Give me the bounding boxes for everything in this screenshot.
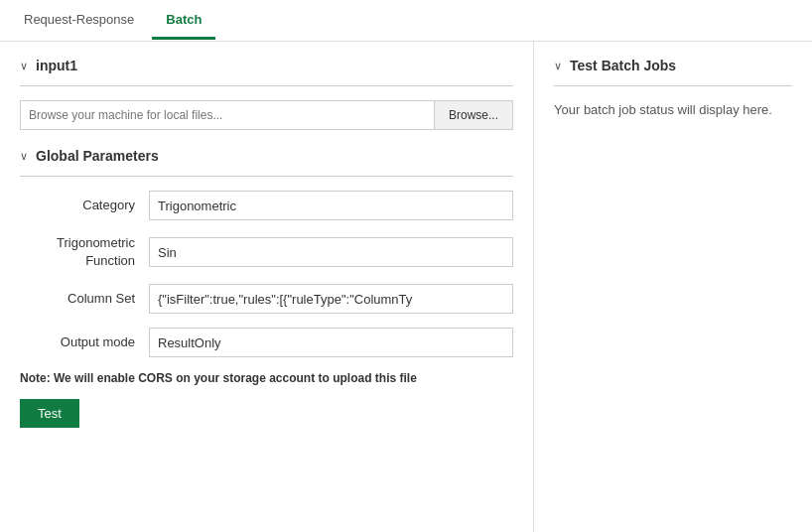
trig-function-label: TrigonometricFunction	[20, 234, 149, 270]
batch-status-text: Your batch job status will display here.	[554, 102, 772, 117]
tab-request-response[interactable]: Request-Response	[10, 2, 148, 40]
param-row-trig-function: TrigonometricFunction	[20, 234, 513, 270]
input1-section-header: ∨ input1	[20, 58, 513, 73]
test-button[interactable]: Test	[20, 399, 79, 428]
column-set-label: Column Set	[20, 291, 149, 308]
category-input[interactable]	[149, 191, 513, 220]
output-mode-input[interactable]	[149, 328, 513, 357]
test-batch-divider	[554, 85, 792, 86]
column-set-input[interactable]	[149, 284, 513, 314]
global-params-section: ∨ Global Parameters Category Trigonometr…	[20, 148, 513, 357]
tabs-bar: Request-Response Batch	[0, 0, 812, 42]
trig-function-input[interactable]	[149, 237, 513, 267]
test-batch-chevron[interactable]: ∨	[554, 60, 562, 72]
global-params-title: Global Parameters	[36, 148, 159, 164]
global-params-header: ∨ Global Parameters	[20, 148, 513, 164]
input1-title: input1	[36, 58, 77, 73]
category-label: Category	[20, 198, 149, 214]
file-path-input[interactable]	[20, 100, 435, 130]
main-layout: ∨ input1 Browse... ∨ Global Parameters C…	[0, 42, 812, 532]
param-row-output-mode: Output mode	[20, 328, 513, 357]
right-panel: ∨ Test Batch Jobs Your batch job status …	[534, 42, 812, 532]
test-batch-title: Test Batch Jobs	[570, 58, 676, 73]
param-row-category: Category	[20, 191, 513, 220]
tab-batch[interactable]: Batch	[152, 2, 215, 40]
input1-divider	[20, 85, 513, 86]
global-params-divider	[20, 176, 513, 177]
cors-note: Note: We will enable CORS on your storag…	[20, 371, 513, 385]
test-batch-header: ∨ Test Batch Jobs	[554, 58, 792, 73]
param-row-column-set: Column Set	[20, 284, 513, 314]
input1-chevron[interactable]: ∨	[20, 60, 28, 72]
output-mode-label: Output mode	[20, 334, 149, 351]
global-params-chevron[interactable]: ∨	[20, 150, 28, 163]
file-browse-row: Browse...	[20, 100, 513, 130]
left-panel: ∨ input1 Browse... ∨ Global Parameters C…	[0, 42, 534, 532]
browse-button[interactable]: Browse...	[435, 100, 513, 130]
